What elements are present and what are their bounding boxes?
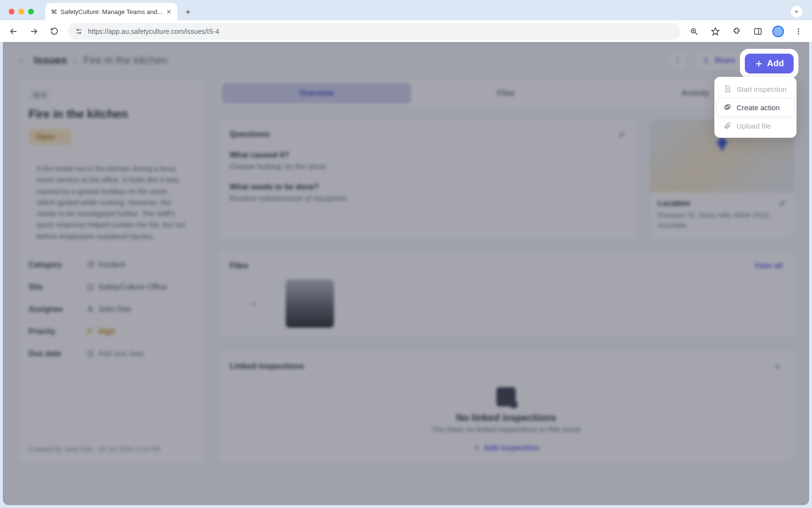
- minimize-window-icon[interactable]: [18, 9, 24, 15]
- svg-point-17: [798, 33, 799, 34]
- meta-duedate-label: Due date: [29, 349, 87, 358]
- browser-tab[interactable]: SC SafetyCulture: Manage Teams and... ✕: [45, 3, 177, 20]
- file-add-button[interactable]: ＋: [230, 279, 278, 328]
- issue-created-by: Created by Jane Doe · 16 Jul 2024 4:24 P…: [29, 426, 195, 453]
- svg-line-9: [695, 32, 697, 35]
- linked-title: Linked inspections: [230, 362, 304, 371]
- location-edit-button[interactable]: [779, 199, 786, 230]
- meta-site-value[interactable]: SafetyCulture Office: [87, 283, 195, 291]
- svg-point-23: [91, 263, 92, 264]
- app-header: ← Issues › Fire in the kitchen Share Add: [3, 42, 809, 79]
- more-menu-button[interactable]: [668, 51, 687, 70]
- overview-row-1: Questions What caused it? Grease buildup…: [218, 119, 795, 239]
- issue-description: A fire broke out in the kitchen during a…: [29, 155, 195, 250]
- flag-icon: [87, 328, 94, 335]
- linked-add-button[interactable]: ＋: [773, 360, 783, 373]
- tab-favicon-icon: SC: [51, 9, 57, 15]
- meta-priority-value[interactable]: High: [87, 327, 195, 336]
- svg-point-2: [77, 29, 78, 30]
- svg-point-15: [798, 29, 799, 30]
- tab-overflow-button[interactable]: [791, 6, 802, 17]
- bookmark-icon[interactable]: [709, 25, 722, 38]
- maximize-window-icon[interactable]: [28, 9, 34, 15]
- main-column: Overview Files Activity Questions What c…: [218, 79, 795, 463]
- plus-icon: [754, 59, 763, 68]
- svg-point-27: [89, 306, 91, 309]
- extensions-icon[interactable]: [730, 25, 743, 38]
- user-icon: [87, 305, 94, 313]
- file-thumbnail[interactable]: [286, 279, 334, 328]
- tab-overview[interactable]: Overview: [222, 83, 411, 103]
- meta-category-label: Category: [29, 261, 87, 269]
- browser-chrome: SC SafetyCulture: Manage Teams and... ✕ …: [0, 0, 812, 42]
- linked-inspections-card: Linked inspections ＋ No linked inspectio…: [218, 349, 795, 463]
- zoom-icon[interactable]: [687, 25, 701, 38]
- tab-title: SafetyCulture: Manage Teams and...: [60, 8, 162, 15]
- meta-assignee-value[interactable]: John Doe: [87, 305, 195, 314]
- svg-rect-24: [88, 284, 92, 290]
- files-viewall-link[interactable]: View all: [754, 261, 783, 270]
- app-viewport: ← Issues › Fire in the kitchen Share Add: [3, 42, 809, 505]
- app-content-blurred: ← Issues › Fire in the kitchen Share Add: [3, 42, 809, 505]
- address-bar[interactable]: https://app.au.safetyculture.com/issues/…: [68, 23, 681, 40]
- nav-reload-button[interactable]: [47, 25, 61, 38]
- app-body: IS-4 Fire in the kitchen Open A fire bro…: [3, 79, 809, 478]
- issue-title: Fire in the kitchen: [29, 107, 195, 121]
- sidepanel-icon[interactable]: [751, 25, 765, 38]
- nav-forward-button[interactable]: [27, 25, 41, 38]
- location-title: Location: [658, 199, 779, 208]
- attachment-icon: [723, 121, 732, 130]
- chevron-down-icon: [59, 134, 65, 140]
- share-button[interactable]: Share: [694, 51, 743, 70]
- nav-back-button[interactable]: [7, 25, 20, 38]
- tab-strip: SC SafetyCulture: Manage Teams and... ✕ …: [0, 0, 812, 20]
- svg-point-19: [677, 60, 679, 61]
- question-2-answer: Routine maintenance of equipmen: [230, 194, 626, 203]
- questions-edit-button[interactable]: [618, 131, 626, 138]
- add-button-popover[interactable]: Add: [745, 54, 794, 73]
- location-address: Foveaux St, Surry Hills NSW 2010, Austra…: [658, 210, 779, 230]
- issue-sidebar: IS-4 Fire in the kitchen Open A fire bro…: [17, 79, 206, 463]
- dropdown-upload-file[interactable]: Upload file: [717, 116, 794, 135]
- pencil-icon: [779, 199, 786, 207]
- issue-id-badge: IS-4: [29, 89, 51, 101]
- site-settings-icon[interactable]: [74, 27, 83, 36]
- close-window-icon[interactable]: [9, 9, 14, 15]
- window-controls: [6, 9, 39, 15]
- add-inspection-link[interactable]: ＋ Add inspection: [473, 443, 539, 453]
- chevron-right-icon: ›: [74, 56, 77, 66]
- browser-menu-icon[interactable]: [792, 25, 805, 38]
- building-icon: [87, 283, 94, 291]
- linked-empty-sub: You have no linked inspections to this i…: [230, 425, 783, 434]
- tag-icon: [87, 261, 94, 269]
- svg-marker-12: [712, 28, 719, 35]
- dropdown-upload-file-label: Upload file: [737, 122, 771, 130]
- breadcrumb-back-icon[interactable]: ←: [17, 55, 27, 66]
- tab-files[interactable]: Files: [411, 83, 601, 103]
- share-icon: [702, 57, 710, 64]
- meta-category-value[interactable]: Incident: [87, 261, 195, 269]
- dropdown-start-inspection[interactable]: Start inspection: [717, 80, 794, 98]
- toolbar-right: [687, 25, 805, 38]
- dropdown-create-action-label: Create action: [737, 103, 780, 112]
- question-1-label: What caused it?: [230, 151, 626, 160]
- svg-rect-28: [88, 351, 93, 357]
- issue-meta: Category Incident Site SafetyCulture Off…: [29, 261, 195, 358]
- breadcrumb-root[interactable]: Issues: [34, 54, 67, 67]
- document-icon: [723, 85, 732, 93]
- tab-close-icon[interactable]: ✕: [166, 8, 172, 15]
- clipboard-check-icon: [496, 387, 516, 406]
- dropdown-create-action[interactable]: Create action: [717, 98, 794, 116]
- pencil-icon: [618, 131, 626, 138]
- meta-duedate-value[interactable]: Add due date: [87, 349, 195, 358]
- new-tab-button[interactable]: ＋: [181, 5, 195, 18]
- calendar-icon: [87, 350, 94, 358]
- browser-toolbar: https://app.au.safetyculture.com/issues/…: [0, 20, 812, 42]
- status-dropdown[interactable]: Open: [29, 129, 72, 145]
- svg-point-20: [677, 62, 679, 64]
- files-title: Files: [230, 261, 248, 271]
- files-card: Files View all ＋: [218, 251, 795, 338]
- action-icon: [723, 103, 732, 112]
- questions-card: Questions What caused it? Grease buildup…: [218, 119, 638, 239]
- profile-avatar-icon[interactable]: [772, 26, 784, 37]
